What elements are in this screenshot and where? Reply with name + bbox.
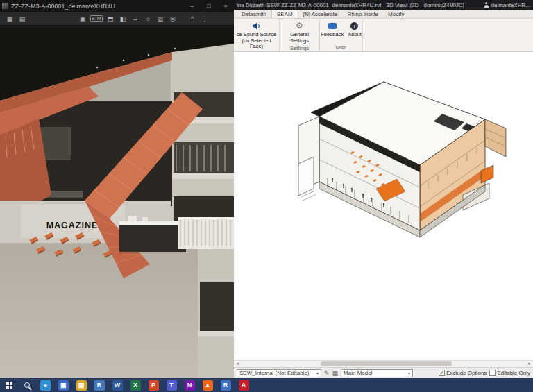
feedback-button[interactable]: ··· Feedback <box>319 20 345 39</box>
exclude-options-checkbox[interactable]: ✓ Exclude Options <box>439 370 487 376</box>
tab-accelerate[interactable]: [N] Accelerate <box>298 10 343 18</box>
checkbox-checked-icon: ✓ <box>439 370 445 376</box>
teams-icon: T <box>167 380 177 391</box>
edge-icon: e <box>40 380 51 391</box>
taskbar-app-teams[interactable]: T <box>162 378 180 392</box>
speaker-icon <box>252 21 261 31</box>
grid-icon[interactable]: ▥ <box>155 15 165 22</box>
revit-window: ine Digbeth-SEW-ZZ-ZZ-M3-A-00001_deimant… <box>234 0 533 378</box>
search-icon <box>24 382 30 388</box>
tab-modify[interactable]: Modify <box>383 10 409 18</box>
feedback-icon: ··· <box>328 21 337 31</box>
sun-icon[interactable]: ☼ <box>143 15 153 22</box>
scroll-right-arrow[interactable]: ► <box>526 361 533 367</box>
horizontal-scrollbar[interactable]: ◄ ► <box>234 360 533 367</box>
scroll-thumb[interactable] <box>321 361 452 366</box>
lower-right-wall <box>198 241 234 378</box>
status-bar: SEW_Internal (Not Editable) ▾ ✎ ▦ Main M… <box>234 367 533 378</box>
ribbon-panel-misc: ··· Feedback i About Misc <box>320 19 363 51</box>
taskbar-app-photos[interactable]: ▣ <box>54 378 72 392</box>
render-toolbar: ▦ ▤ ▣ BIM ⬒ ◧ ↔ ☼ ▥ ◎ ^ ⋮ <box>0 12 234 26</box>
minimize-button[interactable]: – <box>184 0 201 12</box>
excel-icon: X <box>130 380 141 391</box>
render-window-titlebar[interactable]: ZZ-ZZ-M3-A-00001_deimanteXHR4U – □ × <box>0 0 234 12</box>
general-settings-label: General Settings <box>281 32 318 44</box>
start-button[interactable] <box>0 378 18 392</box>
taskbar-app-excel[interactable]: X <box>126 378 144 392</box>
window-title: ZZ-ZZ-M3-A-00001_deimanteXHR4U <box>11 3 184 10</box>
editable-only-checkbox[interactable]: Editable Only <box>489 370 530 376</box>
taskbar-app-onenote[interactable]: N <box>180 378 198 392</box>
taskbar-app-vlc[interactable]: ▲ <box>198 378 217 392</box>
taskbar-app-powerpoint[interactable]: P <box>144 378 162 392</box>
collapse-icon[interactable]: ^ <box>187 15 197 22</box>
general-settings-button[interactable]: ⚙ General Settings <box>280 20 319 44</box>
taskbar-app-acrobat[interactable]: A <box>235 378 253 392</box>
place-sound-source-label: ce Sound Source (on Selected Face) <box>235 32 278 50</box>
account-name: deimanteXHR... <box>491 2 530 8</box>
word-icon: W <box>112 380 123 391</box>
workset-dropdown[interactable]: SEW_Internal (Not Editable) ▾ <box>237 369 321 377</box>
section-box-icon[interactable]: ⬒ <box>105 15 115 22</box>
worksharing-icon[interactable]: ▦ <box>332 370 339 377</box>
revit-title: ine Digbeth-SEW-ZZ-ZZ-M3-A-00001_deimant… <box>237 2 480 8</box>
vlc-icon: ▲ <box>203 380 213 391</box>
acrobat-icon: A <box>239 380 249 391</box>
shapes-icon[interactable]: ◧ <box>118 15 128 22</box>
panel-label-misc: Misc <box>320 44 362 51</box>
design-option-value: Main Model <box>344 370 372 376</box>
scroll-track[interactable] <box>241 361 526 367</box>
taskbar-app-rstudio[interactable]: R <box>90 378 108 392</box>
ribbon: ce Sound Source (on Selected Face) Sound… <box>234 19 533 52</box>
taskbar-app-revit[interactable]: R <box>217 378 235 392</box>
image-icon[interactable]: ▣ <box>78 15 87 22</box>
tab-rhino-inside[interactable]: Rhino.Inside <box>343 10 383 18</box>
user-icon <box>484 2 489 8</box>
place-sound-source-button[interactable]: ce Sound Source (on Selected Face) <box>234 20 279 51</box>
powerpoint-icon: P <box>149 380 159 391</box>
windows-logo-icon <box>6 382 12 389</box>
file-explorer-icon: ▤ <box>76 380 87 391</box>
west-end <box>298 117 319 201</box>
app-icon <box>2 3 8 9</box>
chevron-down-icon: ▾ <box>408 370 410 375</box>
revit-titlebar[interactable]: ine Digbeth-SEW-ZZ-ZZ-M3-A-00001_deimant… <box>234 0 533 10</box>
clapperboard-icon[interactable]: ▦ <box>5 15 15 22</box>
gear-icon: ⚙ <box>296 21 303 31</box>
desktop: ZZ-ZZ-M3-A-00001_deimanteXHR4U – □ × ▦ ▤… <box>0 0 533 392</box>
info-icon: i <box>350 21 358 31</box>
scroll-left-arrow[interactable]: ◄ <box>234 361 241 367</box>
ribbon-tabs: Datasmith BEAM [N] Accelerate Rhino.Insi… <box>234 10 533 19</box>
taskbar-app-edge[interactable]: e <box>36 378 54 392</box>
design-option-dropdown[interactable]: Main Model ▾ <box>341 369 413 377</box>
more-icon[interactable]: ⋮ <box>200 15 210 22</box>
render-viewport[interactable]: MAGAZINE <box>0 26 234 378</box>
taskbar-app-file-explorer[interactable]: ▤ <box>72 378 90 392</box>
checkbox-unchecked-icon <box>489 370 496 376</box>
model-canvas[interactable] <box>234 53 533 360</box>
exclude-options-label: Exclude Options <box>446 370 487 376</box>
close-button[interactable]: × <box>217 0 234 12</box>
account-area[interactable]: deimanteXHR... <box>484 2 530 8</box>
maximize-button[interactable]: □ <box>201 0 217 12</box>
search-button[interactable] <box>18 378 36 392</box>
white-railing <box>178 217 234 249</box>
onenote-icon: N <box>185 380 195 391</box>
layers-icon[interactable]: ▤ <box>17 15 27 22</box>
about-button[interactable]: i About <box>346 20 363 39</box>
about-label: About <box>348 32 362 38</box>
taskbar-app-word[interactable]: W <box>108 378 126 392</box>
target-icon[interactable]: ◎ <box>168 15 178 22</box>
ribbon-panel-settings: ⚙ General Settings Settings <box>280 19 320 51</box>
workset-edit-icon[interactable]: ✎ <box>324 370 330 377</box>
panel-label-settings: Settings <box>280 44 319 52</box>
magazine-sign: MAGAZINE <box>46 221 99 230</box>
render-window: ZZ-ZZ-M3-A-00001_deimanteXHR4U – □ × ▦ ▤… <box>0 0 234 378</box>
bim-icon[interactable]: BIM <box>90 15 103 22</box>
feedback-label: Feedback <box>321 32 344 38</box>
windows-taskbar: e ▣ ▤ R W X P T N ▲ R A <box>0 378 533 392</box>
measure-icon[interactable]: ↔ <box>130 15 140 22</box>
tab-beam[interactable]: BEAM <box>271 10 298 18</box>
tab-datasmith[interactable]: Datasmith <box>237 10 271 18</box>
rstudio-icon: R <box>94 380 105 391</box>
